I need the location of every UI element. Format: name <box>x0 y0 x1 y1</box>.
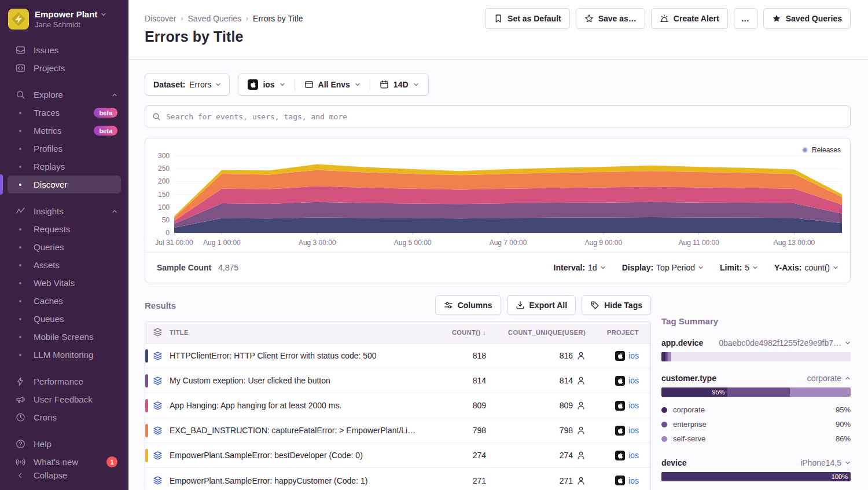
sidebar-item-requests[interactable]: Requests <box>8 220 121 238</box>
project-cell[interactable]: ios <box>588 351 650 361</box>
chevron-down-icon <box>600 265 606 270</box>
error-title[interactable]: EXC_BAD_INSTRUCTION: captureFatalError: … <box>170 426 426 435</box>
table-row[interactable]: App Hanging: App hanging for at least 20… <box>145 393 650 418</box>
column-header-project[interactable]: PROJECT <box>588 329 650 336</box>
breadcrumb-item[interactable]: Discover <box>145 14 176 23</box>
table-row[interactable]: EmpowerPlant.SampleError: bestDeveloper … <box>145 443 650 468</box>
table-row[interactable]: My Custom exeption: User clicked the but… <box>145 368 650 393</box>
tag-legend-item: self-serve 86% <box>661 432 851 446</box>
error-title[interactable]: EmpowerPlant.SampleError: bestDeveloper … <box>170 451 426 460</box>
sidebar-item-queries[interactable]: Queries <box>8 238 121 256</box>
project-link[interactable]: ios <box>628 451 639 460</box>
environment-selector[interactable]: All Envs <box>295 74 370 95</box>
chevron-down-icon <box>833 265 838 270</box>
org-name: Empower Plant <box>35 9 97 20</box>
column-header-title[interactable]: TITLE <box>170 329 426 336</box>
tag-section-header[interactable]: app.device 0baebc0de4982f1255f2e9e9fb7… <box>661 338 851 348</box>
project-cell[interactable]: ios <box>588 376 650 386</box>
sidebar-item-performance[interactable]: Performance <box>8 372 121 390</box>
sidebar-group-explore[interactable]: Explore <box>8 86 121 104</box>
sidebar-item-issues[interactable]: Issues <box>8 41 121 59</box>
save-as--button[interactable]: Save as… <box>576 8 645 29</box>
interval-value: 1d <box>588 263 597 272</box>
tag-top-value: iPhone14,5 <box>800 458 841 467</box>
project-link[interactable]: ios <box>628 476 639 485</box>
org-switcher[interactable]: Empower Plant Jane Schmidt <box>0 0 128 33</box>
sidebar-item-label: Crons <box>34 412 57 422</box>
create-alert-button[interactable]: Create Alert <box>651 8 728 29</box>
sidebar-item-crons[interactable]: Crons <box>8 408 121 426</box>
display-selector[interactable]: Display: Top Period <box>622 263 704 272</box>
sidebar-item-llm-monitoring[interactable]: LLM Monitoring <box>8 346 121 364</box>
sidebar-group-insights[interactable]: Insights <box>8 202 121 220</box>
error-title[interactable]: HTTPClientError: HTTP Client Error with … <box>170 351 426 360</box>
sidebar-item-mobile-screens[interactable]: Mobile Screens <box>8 328 121 346</box>
search-input[interactable] <box>166 112 843 121</box>
stack-icon <box>145 426 170 436</box>
project-link[interactable]: ios <box>628 401 639 410</box>
project-link[interactable]: ios <box>628 376 639 385</box>
date-range-selector[interactable]: 14D <box>370 74 428 95</box>
table-row[interactable]: EmpowerPlant.SampleError: happyCustomer … <box>145 468 650 490</box>
interval-label: Interval: <box>554 263 585 272</box>
project-link[interactable]: ios <box>628 351 639 360</box>
project-cell[interactable]: ios <box>588 476 650 485</box>
hide-tags-button[interactable]: Hide Tags <box>582 295 651 315</box>
releases-legend[interactable]: Releases <box>802 146 841 154</box>
more-options-button[interactable]: … <box>734 8 757 29</box>
sidebar-item-profiles[interactable]: Profiles <box>8 140 121 158</box>
error-title[interactable]: App Hanging: App hanging for at least 20… <box>170 401 426 410</box>
dataset-selector[interactable]: Dataset: Errors <box>145 74 230 96</box>
svg-text:Aug 3 00:00: Aug 3 00:00 <box>299 239 336 247</box>
project-cell[interactable]: ios <box>588 451 650 460</box>
breadcrumb-item[interactable]: Saved Queries <box>187 14 241 23</box>
sidebar-item-discover[interactable]: Discover <box>8 175 121 193</box>
sidebar-item-replays[interactable]: Replays <box>8 158 121 175</box>
sidebar-item-traces[interactable]: Tracesbeta <box>8 104 121 122</box>
project-selector[interactable]: ios <box>238 74 294 95</box>
error-title[interactable]: My Custom exeption: User clicked the but… <box>170 376 426 385</box>
tag-key: app.device <box>661 338 703 348</box>
project-cell[interactable]: ios <box>588 401 650 411</box>
sidebar-item-assets[interactable]: Assets <box>8 256 121 274</box>
tag-icon <box>590 301 599 310</box>
project-link[interactable]: ios <box>628 426 639 435</box>
sidebar-item-queues[interactable]: Queues <box>8 310 121 328</box>
tag-section-header[interactable]: device iPhone14,5 <box>661 458 851 467</box>
table-row[interactable]: EXC_BAD_INSTRUCTION: captureFatalError: … <box>145 418 650 443</box>
collapse-label: Collapse <box>34 470 67 480</box>
error-title[interactable]: EmpowerPlant.SampleError: happyCustomer … <box>170 476 426 485</box>
columns-button[interactable]: Columns <box>435 295 501 315</box>
tag-section-header[interactable]: customer.type corporate <box>661 374 851 383</box>
limit-selector[interactable]: Limit: 5 <box>720 263 758 272</box>
saved-queries-button[interactable]: Saved Queries <box>763 8 851 29</box>
yaxis-selector[interactable]: Y-Axis: count() <box>774 263 838 272</box>
bullet-icon <box>14 354 26 356</box>
export-all-button[interactable]: Export All <box>507 295 576 315</box>
interval-selector[interactable]: Interval: 1d <box>554 263 606 272</box>
sidebar-item-web-vitals[interactable]: Web Vitals <box>8 274 121 292</box>
column-header-count[interactable]: COUNT() ↓ <box>426 329 488 336</box>
series-color-marker <box>145 399 148 412</box>
collapse-sidebar-button[interactable]: Collapse <box>8 466 121 484</box>
column-header-count-unique[interactable]: COUNT_UNIQUE(USER) <box>488 329 588 336</box>
person-icon <box>576 476 586 485</box>
table-row[interactable]: HTTPClientError: HTTP Client Error with … <box>145 343 650 368</box>
tag-summary-title: Tag Summary <box>661 316 851 326</box>
issues-icon <box>14 45 26 55</box>
tag-bar-segment <box>727 387 790 397</box>
sidebar-item-help[interactable]: Help <box>8 435 121 453</box>
sidebar-item-metrics[interactable]: Metricsbeta <box>8 122 121 140</box>
count-unique-value: 816 <box>488 351 588 360</box>
person-icon <box>576 426 586 435</box>
sidebar-item-projects[interactable]: Projects <box>8 59 121 77</box>
project-cell[interactable]: ios <box>588 426 650 436</box>
sample-count-label: Sample Count <box>157 263 211 272</box>
set-as-default-button[interactable]: Set as Default <box>485 8 570 29</box>
sidebar-item-user-feedback[interactable]: User Feedback <box>8 390 121 408</box>
sidebar: Empower Plant Jane Schmidt IssuesProject… <box>0 0 128 490</box>
button-label: Saved Queries <box>786 14 842 23</box>
page-title: Errors by Title <box>145 28 851 45</box>
org-logo-icon <box>8 9 29 30</box>
sidebar-item-caches[interactable]: Caches <box>8 292 121 310</box>
